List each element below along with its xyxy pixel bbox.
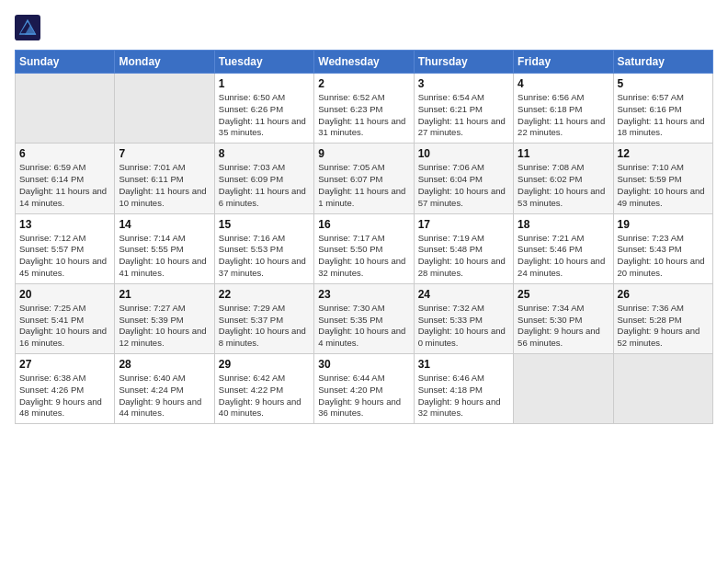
day-header-monday: Monday xyxy=(115,51,214,74)
day-info: Sunrise: 6:57 AM Sunset: 6:16 PM Dayligh… xyxy=(618,92,709,139)
calendar-cell: 25Sunrise: 7:34 AM Sunset: 5:30 PM Dayli… xyxy=(514,283,613,353)
calendar: SundayMondayTuesdayWednesdayThursdayFrid… xyxy=(15,50,713,424)
day-info: Sunrise: 6:56 AM Sunset: 6:18 PM Dayligh… xyxy=(518,92,609,139)
day-info: Sunrise: 6:52 AM Sunset: 6:23 PM Dayligh… xyxy=(318,92,409,139)
day-number: 13 xyxy=(19,218,110,231)
calendar-cell: 20Sunrise: 7:25 AM Sunset: 5:41 PM Dayli… xyxy=(16,283,115,353)
day-info: Sunrise: 7:08 AM Sunset: 6:02 PM Dayligh… xyxy=(518,162,609,209)
day-number: 7 xyxy=(119,147,210,160)
calendar-cell: 18Sunrise: 7:21 AM Sunset: 5:46 PM Dayli… xyxy=(514,213,613,283)
calendar-cell: 6Sunrise: 6:59 AM Sunset: 6:14 PM Daylig… xyxy=(16,144,115,213)
day-number: 21 xyxy=(119,288,210,301)
day-number: 11 xyxy=(518,147,609,160)
day-info: Sunrise: 6:44 AM Sunset: 4:20 PM Dayligh… xyxy=(318,373,409,419)
page-header xyxy=(15,15,713,40)
day-number: 22 xyxy=(219,288,310,301)
calendar-cell: 2Sunrise: 6:52 AM Sunset: 6:23 PM Daylig… xyxy=(314,74,414,144)
day-info: Sunrise: 6:46 AM Sunset: 4:18 PM Dayligh… xyxy=(418,373,509,419)
day-number: 19 xyxy=(618,218,709,231)
calendar-cell: 17Sunrise: 7:19 AM Sunset: 5:48 PM Dayli… xyxy=(414,213,513,283)
calendar-cell: 26Sunrise: 7:36 AM Sunset: 5:28 PM Dayli… xyxy=(613,283,712,353)
calendar-cell: 24Sunrise: 7:32 AM Sunset: 5:33 PM Dayli… xyxy=(414,283,513,353)
calendar-cell: 14Sunrise: 7:14 AM Sunset: 5:55 PM Dayli… xyxy=(115,213,214,283)
day-info: Sunrise: 7:23 AM Sunset: 5:43 PM Dayligh… xyxy=(618,233,709,280)
day-header-thursday: Thursday xyxy=(414,51,513,74)
day-number: 8 xyxy=(219,147,310,160)
calendar-cell: 1Sunrise: 6:50 AM Sunset: 6:26 PM Daylig… xyxy=(214,74,313,144)
calendar-cell: 15Sunrise: 7:16 AM Sunset: 5:53 PM Dayli… xyxy=(214,213,313,283)
day-info: Sunrise: 7:16 AM Sunset: 5:53 PM Dayligh… xyxy=(219,233,310,280)
calendar-cell: 23Sunrise: 7:30 AM Sunset: 5:35 PM Dayli… xyxy=(314,283,414,353)
calendar-cell xyxy=(613,354,712,424)
calendar-cell: 28Sunrise: 6:40 AM Sunset: 4:24 PM Dayli… xyxy=(115,354,214,424)
calendar-cell xyxy=(514,354,613,424)
day-info: Sunrise: 7:36 AM Sunset: 5:28 PM Dayligh… xyxy=(618,303,709,350)
day-number: 15 xyxy=(219,218,310,231)
day-info: Sunrise: 7:10 AM Sunset: 5:59 PM Dayligh… xyxy=(618,162,709,209)
calendar-cell: 3Sunrise: 6:54 AM Sunset: 6:21 PM Daylig… xyxy=(414,74,513,144)
calendar-cell: 22Sunrise: 7:29 AM Sunset: 5:37 PM Dayli… xyxy=(214,283,313,353)
calendar-week-5: 27Sunrise: 6:38 AM Sunset: 4:26 PM Dayli… xyxy=(16,354,713,424)
day-info: Sunrise: 7:25 AM Sunset: 5:41 PM Dayligh… xyxy=(19,303,110,350)
day-header-saturday: Saturday xyxy=(613,51,712,74)
logo xyxy=(15,15,44,40)
day-number: 23 xyxy=(318,288,409,301)
day-info: Sunrise: 7:06 AM Sunset: 6:04 PM Dayligh… xyxy=(418,162,509,209)
calendar-cell: 16Sunrise: 7:17 AM Sunset: 5:50 PM Dayli… xyxy=(314,213,414,283)
calendar-cell: 13Sunrise: 7:12 AM Sunset: 5:57 PM Dayli… xyxy=(16,213,115,283)
day-number: 5 xyxy=(618,77,709,90)
day-number: 17 xyxy=(418,218,509,231)
day-number: 28 xyxy=(119,358,210,371)
calendar-cell: 7Sunrise: 7:01 AM Sunset: 6:11 PM Daylig… xyxy=(115,144,214,213)
calendar-cell: 4Sunrise: 6:56 AM Sunset: 6:18 PM Daylig… xyxy=(514,74,613,144)
day-info: Sunrise: 7:29 AM Sunset: 5:37 PM Dayligh… xyxy=(219,303,310,350)
day-info: Sunrise: 6:59 AM Sunset: 6:14 PM Dayligh… xyxy=(19,162,110,209)
day-header-tuesday: Tuesday xyxy=(214,51,313,74)
calendar-cell xyxy=(115,74,214,144)
day-info: Sunrise: 7:27 AM Sunset: 5:39 PM Dayligh… xyxy=(119,303,210,350)
calendar-cell: 30Sunrise: 6:44 AM Sunset: 4:20 PM Dayli… xyxy=(314,354,414,424)
day-number: 31 xyxy=(418,358,509,371)
day-number: 26 xyxy=(618,288,709,301)
calendar-cell xyxy=(16,74,115,144)
calendar-cell: 19Sunrise: 7:23 AM Sunset: 5:43 PM Dayli… xyxy=(613,213,712,283)
calendar-cell: 12Sunrise: 7:10 AM Sunset: 5:59 PM Dayli… xyxy=(613,144,712,213)
day-number: 4 xyxy=(518,77,609,90)
calendar-cell: 29Sunrise: 6:42 AM Sunset: 4:22 PM Dayli… xyxy=(214,354,313,424)
day-info: Sunrise: 7:32 AM Sunset: 5:33 PM Dayligh… xyxy=(418,303,509,350)
calendar-cell: 21Sunrise: 7:27 AM Sunset: 5:39 PM Dayli… xyxy=(115,283,214,353)
day-number: 14 xyxy=(119,218,210,231)
day-number: 3 xyxy=(418,77,509,90)
day-number: 2 xyxy=(318,77,409,90)
day-info: Sunrise: 7:17 AM Sunset: 5:50 PM Dayligh… xyxy=(318,233,409,280)
day-info: Sunrise: 7:34 AM Sunset: 5:30 PM Dayligh… xyxy=(518,303,609,350)
calendar-cell: 5Sunrise: 6:57 AM Sunset: 6:16 PM Daylig… xyxy=(613,74,712,144)
day-info: Sunrise: 6:50 AM Sunset: 6:26 PM Dayligh… xyxy=(219,92,310,139)
calendar-header-row: SundayMondayTuesdayWednesdayThursdayFrid… xyxy=(16,51,713,74)
day-info: Sunrise: 7:12 AM Sunset: 5:57 PM Dayligh… xyxy=(19,233,110,280)
day-number: 27 xyxy=(19,358,110,371)
day-number: 9 xyxy=(318,147,409,160)
day-number: 24 xyxy=(418,288,509,301)
day-number: 18 xyxy=(518,218,609,231)
day-number: 16 xyxy=(318,218,409,231)
day-number: 30 xyxy=(318,358,409,371)
calendar-cell: 27Sunrise: 6:38 AM Sunset: 4:26 PM Dayli… xyxy=(16,354,115,424)
day-number: 29 xyxy=(219,358,310,371)
day-header-friday: Friday xyxy=(514,51,613,74)
calendar-week-3: 13Sunrise: 7:12 AM Sunset: 5:57 PM Dayli… xyxy=(16,213,713,283)
logo-icon xyxy=(15,15,40,40)
calendar-cell: 8Sunrise: 7:03 AM Sunset: 6:09 PM Daylig… xyxy=(214,144,313,213)
day-info: Sunrise: 6:54 AM Sunset: 6:21 PM Dayligh… xyxy=(418,92,509,139)
day-info: Sunrise: 6:40 AM Sunset: 4:24 PM Dayligh… xyxy=(119,373,210,419)
day-header-wednesday: Wednesday xyxy=(314,51,414,74)
calendar-week-4: 20Sunrise: 7:25 AM Sunset: 5:41 PM Dayli… xyxy=(16,283,713,353)
day-info: Sunrise: 7:21 AM Sunset: 5:46 PM Dayligh… xyxy=(518,233,609,280)
day-info: Sunrise: 7:05 AM Sunset: 6:07 PM Dayligh… xyxy=(318,162,409,209)
calendar-cell: 10Sunrise: 7:06 AM Sunset: 6:04 PM Dayli… xyxy=(414,144,513,213)
calendar-cell: 31Sunrise: 6:46 AM Sunset: 4:18 PM Dayli… xyxy=(414,354,513,424)
day-info: Sunrise: 6:42 AM Sunset: 4:22 PM Dayligh… xyxy=(219,373,310,419)
day-info: Sunrise: 7:19 AM Sunset: 5:48 PM Dayligh… xyxy=(418,233,509,280)
day-header-sunday: Sunday xyxy=(16,51,115,74)
day-info: Sunrise: 7:01 AM Sunset: 6:11 PM Dayligh… xyxy=(119,162,210,209)
